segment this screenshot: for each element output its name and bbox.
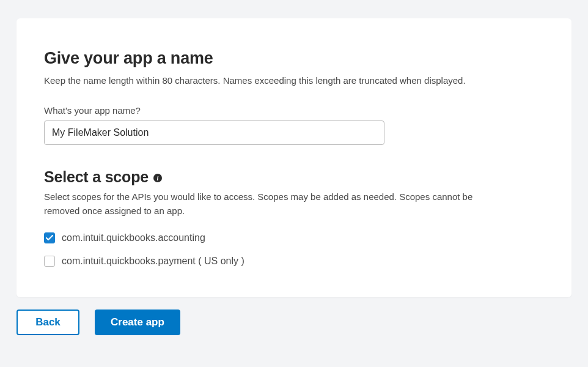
app-name-input[interactable] (44, 120, 384, 145)
checkmark-icon (46, 235, 53, 241)
form-card: Give your app a name Keep the name lengt… (17, 18, 571, 297)
checkbox-label-accounting[interactable]: com.intuit.quickbooks.accounting (62, 232, 205, 243)
app-name-field-label: What's your app name? (44, 105, 544, 116)
scope-section: Select a scope i Select scopes for the A… (44, 168, 544, 267)
scope-option-payment: com.intuit.quickbooks.payment ( US only … (44, 256, 544, 267)
info-icon[interactable]: i (153, 174, 162, 182)
checkbox-payment[interactable] (44, 256, 55, 267)
scope-option-accounting: com.intuit.quickbooks.accounting (44, 232, 544, 243)
checkbox-accounting[interactable] (44, 232, 55, 243)
app-name-description: Keep the name length within 80 character… (44, 74, 544, 88)
scope-description: Select scopes for the APIs you would lik… (44, 190, 509, 218)
scope-title-row: Select a scope i (44, 168, 544, 186)
app-name-title: Give your app a name (44, 49, 544, 68)
button-row: Back Create app (17, 310, 571, 335)
scope-title: Select a scope (44, 168, 149, 186)
back-button[interactable]: Back (17, 310, 79, 335)
checkbox-label-payment[interactable]: com.intuit.quickbooks.payment ( US only … (62, 256, 244, 267)
create-app-button[interactable]: Create app (95, 310, 180, 335)
